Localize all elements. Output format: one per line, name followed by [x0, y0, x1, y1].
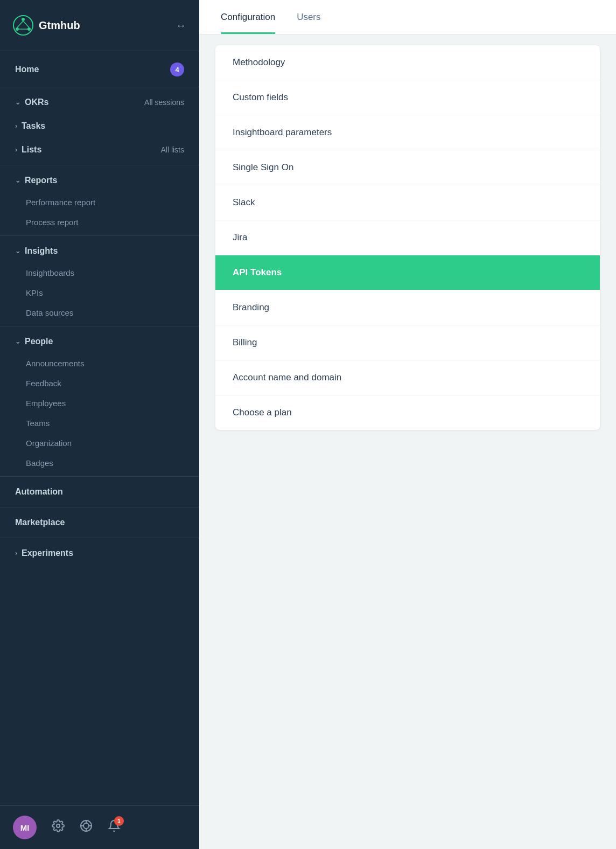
- svg-point-1: [22, 18, 25, 21]
- home-badge: 4: [170, 62, 184, 76]
- collapse-icon[interactable]: ↔: [176, 19, 186, 32]
- home-label: Home: [15, 65, 39, 74]
- config-item-slack[interactable]: Slack: [215, 185, 600, 220]
- sidebar-item-reports[interactable]: ⌄ Reports: [0, 169, 199, 192]
- svg-line-5: [23, 21, 29, 27]
- logo-area: Gtmhub: [13, 15, 80, 36]
- divider-automation: [0, 507, 199, 507]
- experiments-label: Experiments: [22, 548, 73, 558]
- sidebar-item-people[interactable]: ⌄ People: [0, 330, 199, 353]
- sidebar-item-tasks[interactable]: › Tasks: [0, 114, 199, 138]
- sidebar-item-lists[interactable]: › Lists All lists: [0, 138, 199, 162]
- svg-line-4: [17, 21, 23, 27]
- config-item-choose-plan[interactable]: Choose a plan: [215, 395, 600, 430]
- divider-people: [0, 476, 199, 477]
- main-content-area: Configuration Users MethodologyCustom fi…: [199, 0, 616, 849]
- tasks-chevron: ›: [15, 122, 17, 130]
- notification-badge: 1: [114, 816, 124, 826]
- reports-label: Reports: [25, 176, 57, 185]
- avatar[interactable]: MI: [13, 816, 37, 839]
- sidebar-item-process-report[interactable]: Process report: [0, 212, 199, 232]
- sidebar: Gtmhub ↔ Home 4 ⌄ OKRs All sessions › Ta…: [0, 0, 199, 849]
- okrs-chevron: ⌄: [15, 99, 20, 106]
- sidebar-item-okrs[interactable]: ⌄ OKRs All sessions: [0, 91, 199, 114]
- okrs-sublabel: All sessions: [144, 98, 184, 107]
- config-content: MethodologyCustom fieldsInsightboard par…: [199, 34, 616, 849]
- sidebar-item-kpis[interactable]: KPIs: [0, 283, 199, 303]
- config-item-methodology[interactable]: Methodology: [215, 45, 600, 80]
- config-item-jira[interactable]: Jira: [215, 220, 600, 255]
- experiments-chevron: ›: [15, 549, 17, 557]
- tab-users[interactable]: Users: [297, 0, 320, 34]
- tab-configuration[interactable]: Configuration: [221, 0, 275, 34]
- divider-lists: [0, 165, 199, 165]
- divider-home: [0, 87, 199, 87]
- people-label: People: [25, 337, 53, 346]
- settings-icon[interactable]: [52, 819, 65, 836]
- app-name: Gtmhub: [39, 19, 80, 32]
- sidebar-item-home[interactable]: Home 4: [0, 55, 199, 83]
- notification-icon[interactable]: 1: [108, 819, 121, 836]
- sidebar-item-feedback[interactable]: Feedback: [0, 373, 199, 393]
- insights-label: Insights: [25, 246, 58, 256]
- reports-chevron: ⌄: [15, 177, 20, 184]
- sidebar-item-employees[interactable]: Employees: [0, 393, 199, 413]
- sidebar-item-marketplace[interactable]: Marketplace: [0, 511, 199, 534]
- automation-label: Automation: [15, 487, 63, 497]
- sidebar-bottom: MI 1: [0, 805, 199, 849]
- divider-marketplace: [0, 538, 199, 538]
- main-tabs: Configuration Users: [199, 0, 616, 34]
- lists-sublabel: All lists: [160, 145, 184, 154]
- sidebar-item-announcements[interactable]: Announcements: [0, 353, 199, 373]
- divider-insights: [0, 326, 199, 326]
- config-item-billing[interactable]: Billing: [215, 325, 600, 360]
- sidebar-item-organization[interactable]: Organization: [0, 433, 199, 453]
- lists-chevron: ›: [15, 146, 17, 154]
- lists-label: Lists: [22, 145, 41, 155]
- svg-point-7: [57, 824, 60, 827]
- config-item-api-tokens[interactable]: API Tokens: [215, 255, 600, 290]
- config-item-single-sign-on[interactable]: Single Sign On: [215, 150, 600, 185]
- sidebar-item-performance-report[interactable]: Performance report: [0, 192, 199, 212]
- sidebar-header: Gtmhub ↔: [0, 0, 199, 51]
- sidebar-item-badges[interactable]: Badges: [0, 453, 199, 473]
- sidebar-item-experiments[interactable]: › Experiments: [0, 541, 199, 565]
- sidebar-item-insightboards[interactable]: Insightboards: [0, 263, 199, 283]
- sidebar-item-data-sources[interactable]: Data sources: [0, 303, 199, 323]
- config-item-custom-fields[interactable]: Custom fields: [215, 80, 600, 115]
- people-chevron: ⌄: [15, 338, 20, 345]
- sidebar-item-automation[interactable]: Automation: [0, 480, 199, 504]
- config-item-insightboard-parameters[interactable]: Insightboard parameters: [215, 115, 600, 150]
- okrs-label: OKRs: [25, 98, 48, 107]
- insights-chevron: ⌄: [15, 247, 20, 255]
- divider-reports: [0, 235, 199, 236]
- config-item-branding[interactable]: Branding: [215, 290, 600, 325]
- svg-point-9: [83, 823, 89, 829]
- sidebar-item-insights[interactable]: ⌄ Insights: [0, 239, 199, 263]
- sidebar-item-teams[interactable]: Teams: [0, 413, 199, 433]
- config-item-account-name-domain[interactable]: Account name and domain: [215, 360, 600, 395]
- tasks-label: Tasks: [22, 121, 45, 131]
- nav-section: Home 4 ⌄ OKRs All sessions › Tasks › Lis…: [0, 51, 199, 805]
- marketplace-label: Marketplace: [15, 518, 65, 527]
- help-icon[interactable]: [80, 819, 93, 836]
- logo-icon: [13, 15, 33, 36]
- config-list: MethodologyCustom fieldsInsightboard par…: [215, 45, 600, 430]
